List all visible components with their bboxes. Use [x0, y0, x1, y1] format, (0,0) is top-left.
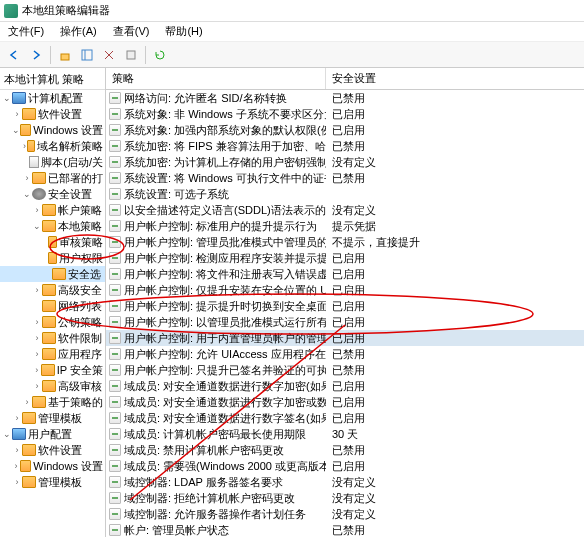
menu-action[interactable]: 操作(A) [56, 22, 101, 41]
expand-icon[interactable]: › [32, 317, 42, 327]
tree-item-label: 高级安全 [58, 283, 102, 298]
policy-row[interactable]: 系统对象: 非 Windows 子系统不要求区分大小写已启用 [106, 106, 584, 122]
policy-row[interactable]: 域成员: 对安全通道数据进行数字加密(如果可能)已启用 [106, 378, 584, 394]
policy-list-pane[interactable]: 策略 安全设置 网络访问: 允许匿名 SID/名称转换已禁用系统对象: 非 Wi… [106, 68, 584, 537]
policy-item-icon [109, 524, 121, 536]
tree-pane[interactable]: 本地计算机 策略 ⌄计算机配置›软件设置⌄Windows 设置›域名解析策略脚本… [0, 68, 106, 537]
expand-icon[interactable]: › [12, 109, 22, 119]
tree-item[interactable]: 安全选 [0, 266, 105, 282]
tree-item[interactable]: ›帐户策略 [0, 202, 105, 218]
svg-rect-0 [61, 54, 69, 60]
tree-root[interactable]: 本地计算机 策略 [0, 70, 105, 90]
tree-item[interactable]: ›应用程序 [0, 346, 105, 362]
expand-icon[interactable]: ⌄ [32, 221, 42, 231]
tree-item[interactable]: 网络列表 [0, 298, 105, 314]
properties-button[interactable] [121, 45, 141, 65]
policy-row[interactable]: 用户帐户控制: 仅提升安装在安全位置的 UIAccess 应用程序已启用 [106, 282, 584, 298]
expand-icon[interactable]: › [22, 173, 32, 183]
policy-row[interactable]: 用户帐户控制: 以管理员批准模式运行所有管理员已启用 [106, 314, 584, 330]
up-button[interactable] [55, 45, 75, 65]
expand-icon[interactable]: ⌄ [22, 189, 32, 199]
tree-item[interactable]: ⌄Windows 设置 [0, 122, 105, 138]
policy-name: 用户帐户控制: 提示提升时切换到安全桌面 [124, 299, 326, 314]
show-hide-tree-button[interactable] [77, 45, 97, 65]
expand-icon[interactable]: ⌄ [2, 93, 12, 103]
policy-row[interactable]: 用户帐户控制: 管理员批准模式中管理员的提升权限提示的…不提示，直接提升 [106, 234, 584, 250]
policy-row[interactable]: 域成员: 需要强(Windows 2000 或更高版本)会话密钥已启用 [106, 458, 584, 474]
policy-row[interactable]: 用户帐户控制: 将文件和注册表写入错误虚拟化到每用户位置已启用 [106, 266, 584, 282]
policy-row[interactable]: 系统设置: 可选子系统 [106, 186, 584, 202]
tree-item[interactable]: ⌄安全设置 [0, 186, 105, 202]
expand-icon[interactable]: ⌄ [2, 429, 12, 439]
menu-view[interactable]: 查看(V) [109, 22, 154, 41]
expand-icon[interactable]: › [12, 413, 22, 423]
policy-row[interactable]: 用户帐户控制: 用于内置管理员帐户的管理员批准模式已启用 [106, 330, 584, 346]
policy-row[interactable]: 用户帐户控制: 标准用户的提升提示行为提示凭据 [106, 218, 584, 234]
policy-row[interactable]: 以安全描述符定义语言(SDDL)语法表示的计算机访问限制没有定义 [106, 202, 584, 218]
policy-row[interactable]: 用户帐户控制: 只提升已签名并验证的可执行文件已禁用 [106, 362, 584, 378]
expand-icon[interactable]: › [12, 445, 22, 455]
expand-icon[interactable]: › [32, 333, 42, 343]
policy-row[interactable]: 域成员: 计算机帐户密码最长使用期限30 天 [106, 426, 584, 442]
tree-item[interactable]: ›软件设置 [0, 106, 105, 122]
tree-item[interactable]: ›高级安全 [0, 282, 105, 298]
tree-item[interactable]: ⌄计算机配置 [0, 90, 105, 106]
column-setting[interactable]: 安全设置 [326, 68, 584, 89]
tree-item[interactable]: ›管理模板 [0, 474, 105, 490]
expand-icon[interactable]: › [32, 365, 41, 375]
tree-item[interactable]: ⌄用户配置 [0, 426, 105, 442]
column-policy[interactable]: 策略 [106, 68, 326, 89]
menu-help[interactable]: 帮助(H) [161, 22, 206, 41]
policy-row[interactable]: 域控制器: 拒绝计算机帐户密码更改没有定义 [106, 490, 584, 506]
tree-item[interactable]: ›Windows 设置 [0, 458, 105, 474]
expand-icon[interactable]: ⌄ [12, 125, 20, 135]
policy-row[interactable]: 域控制器: LDAP 服务器签名要求没有定义 [106, 474, 584, 490]
tree-item[interactable]: 脚本(启动/关 [0, 154, 105, 170]
expand-icon[interactable]: › [32, 285, 42, 295]
tree-item[interactable]: ›基于策略的 [0, 394, 105, 410]
tree-item[interactable]: ›软件限制 [0, 330, 105, 346]
expand-icon[interactable]: › [32, 349, 42, 359]
tree-item-label: 公钥策略 [58, 315, 102, 330]
tree-item[interactable]: 审核策略 [0, 234, 105, 250]
expand-icon[interactable]: › [22, 397, 32, 407]
expand-icon[interactable]: › [12, 461, 20, 471]
policy-row[interactable]: 系统加密: 为计算机上存储的用户密钥强制进行强密钥保护没有定义 [106, 154, 584, 170]
policy-row[interactable]: 域成员: 禁用计算机帐户密码更改已禁用 [106, 442, 584, 458]
policy-row[interactable]: 网络访问: 允许匿名 SID/名称转换已禁用 [106, 90, 584, 106]
app-icon [4, 4, 18, 18]
tree-item-label: 高级审核 [58, 379, 102, 394]
expand-icon[interactable]: › [12, 477, 22, 487]
policy-item-icon [109, 220, 121, 232]
policy-name: 域控制器: LDAP 服务器签名要求 [124, 475, 283, 490]
tree-item[interactable]: ›IP 安全策 [0, 362, 105, 378]
expand-icon[interactable]: › [32, 381, 42, 391]
tree-item[interactable]: ⌄本地策略 [0, 218, 105, 234]
refresh-button[interactable] [150, 45, 170, 65]
tree-item[interactable]: ›软件设置 [0, 442, 105, 458]
menu-file[interactable]: 文件(F) [4, 22, 48, 41]
expand-icon[interactable]: › [32, 205, 42, 215]
delete-button[interactable] [99, 45, 119, 65]
folder-icon [42, 284, 56, 296]
policy-row[interactable]: 帐户: 管理员帐户状态已禁用 [106, 522, 584, 537]
tree-item[interactable]: ›域名解析策略 [0, 138, 105, 154]
tree-item-label: 安全选 [68, 267, 101, 282]
policy-row[interactable]: 用户帐户控制: 允许 UIAccess 应用程序在不使用安全桌面…已禁用 [106, 346, 584, 362]
policy-row[interactable]: 域成员: 对安全通道数据进行数字加密或数字签名(始终)已启用 [106, 394, 584, 410]
policy-row[interactable]: 系统对象: 加强内部系统对象的默认权限(例如，符号链接)已启用 [106, 122, 584, 138]
policy-row[interactable]: 域控制器: 允许服务器操作者计划任务没有定义 [106, 506, 584, 522]
tree-item[interactable]: ›高级审核 [0, 378, 105, 394]
policy-row[interactable]: 用户帐户控制: 检测应用程序安装并提示提升已启用 [106, 250, 584, 266]
tree-item[interactable]: ›管理模板 [0, 410, 105, 426]
policy-row[interactable]: 域成员: 对安全通道数据进行数字签名(如果可能)已启用 [106, 410, 584, 426]
tree-item[interactable]: 用户权限 [0, 250, 105, 266]
policy-row[interactable]: 用户帐户控制: 提示提升时切换到安全桌面已启用 [106, 298, 584, 314]
policy-row[interactable]: 系统加密: 将 FIPS 兼容算法用于加密、哈希和签名已禁用 [106, 138, 584, 154]
forward-button[interactable] [26, 45, 46, 65]
policy-setting: 已禁用 [326, 523, 584, 538]
back-button[interactable] [4, 45, 24, 65]
policy-row[interactable]: 系统设置: 将 Windows 可执行文件中的证书规则用于软件…已禁用 [106, 170, 584, 186]
tree-item[interactable]: ›公钥策略 [0, 314, 105, 330]
tree-item[interactable]: ›已部署的打 [0, 170, 105, 186]
